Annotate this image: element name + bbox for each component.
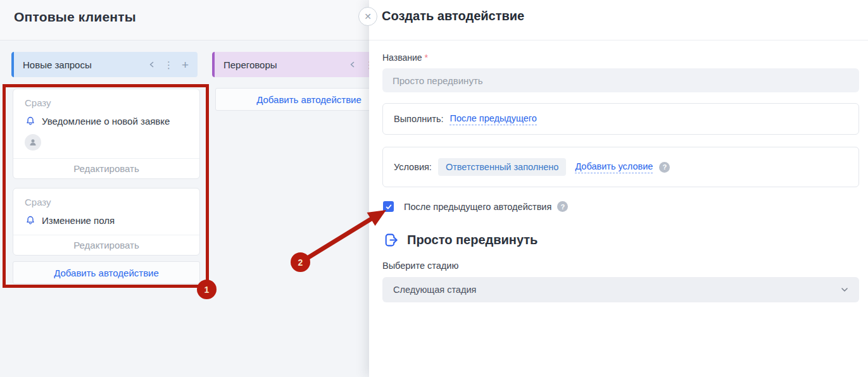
move-stage-icon — [383, 232, 399, 248]
edit-autoaction-button[interactable]: Редактировать — [13, 235, 199, 255]
after-previous-checkbox-row: После предыдущего автодействия ? — [383, 201, 568, 212]
execute-rule-box: Выполнить: После предыдущего — [382, 103, 859, 135]
plus-icon[interactable]: + — [182, 59, 189, 71]
panel-header: Создать автодействие — [369, 0, 868, 40]
name-field-label: Название* — [382, 53, 428, 63]
chevron-left-icon[interactable] — [148, 61, 156, 68]
stage-select-value: Следующая стадия — [393, 285, 476, 295]
edit-autoaction-button[interactable]: Редактировать — [13, 158, 199, 178]
column-name: Новые запросы — [23, 59, 92, 70]
autoaction-card-field-change: Сразу Изменение поля Редактировать — [13, 188, 200, 256]
chevron-left-icon[interactable] — [349, 61, 356, 68]
card-trigger-label: Сразу — [25, 197, 188, 207]
panel-title: Создать автодействие — [382, 9, 524, 23]
stage-select[interactable]: Следующая стадия — [382, 277, 859, 302]
checkbox-label: После предыдущего автодействия — [404, 202, 551, 212]
card-action-name: Уведомление о новой заявке — [42, 116, 170, 127]
after-previous-checkbox[interactable] — [383, 201, 394, 212]
execute-value-link[interactable]: После предыдущего — [450, 113, 536, 126]
help-icon[interactable]: ? — [557, 201, 568, 212]
page-header: Оптовые клиенты — [0, 0, 369, 40]
chevron-down-icon — [841, 287, 848, 292]
action-section-title: Просто передвинуть — [407, 233, 538, 247]
app-window: Оптовые клиенты Новые запросы ⋮ + Перего… — [0, 0, 868, 377]
conditions-rule-box: Условия: Ответственный заполнено Добавит… — [382, 147, 859, 187]
conditions-label: Условия: — [394, 162, 432, 172]
bell-icon — [25, 115, 36, 127]
avatar — [25, 134, 41, 151]
action-section-header: Просто передвинуть — [383, 232, 538, 248]
column-accent-bar — [212, 52, 215, 77]
column-accent-bar — [11, 52, 14, 77]
add-autoaction-button-new-requests[interactable]: Добавить автодействие — [13, 261, 200, 284]
bell-icon — [25, 214, 36, 226]
column-name: Переговоры — [223, 59, 277, 70]
execute-label: Выполнить: — [394, 114, 443, 124]
kanban-column-header-new-requests[interactable]: Новые запросы ⋮ + — [11, 52, 198, 77]
help-icon[interactable]: ? — [659, 162, 670, 173]
annotation-badge-1: 1 — [197, 280, 217, 299]
card-action-name: Изменение поля — [42, 215, 115, 226]
close-icon[interactable]: ✕ — [358, 7, 377, 26]
page-title: Оптовые клиенты — [14, 9, 136, 25]
condition-chip[interactable]: Ответственный заполнено — [438, 158, 567, 176]
add-condition-link[interactable]: Добавить условие — [575, 161, 653, 174]
create-autoaction-panel: Создать автодействие ✕ Название* Выполни… — [369, 0, 868, 377]
required-asterisk: * — [425, 53, 428, 63]
card-trigger-label: Сразу — [25, 97, 188, 108]
autoaction-card-notification: Сразу Уведомление о новой заявке Редакти… — [13, 89, 200, 179]
stage-field-label: Выберите стадию — [382, 261, 458, 271]
name-input[interactable] — [382, 68, 859, 92]
annotation-badge-2: 2 — [291, 252, 310, 272]
kebab-menu-icon[interactable]: ⋮ — [164, 60, 173, 70]
